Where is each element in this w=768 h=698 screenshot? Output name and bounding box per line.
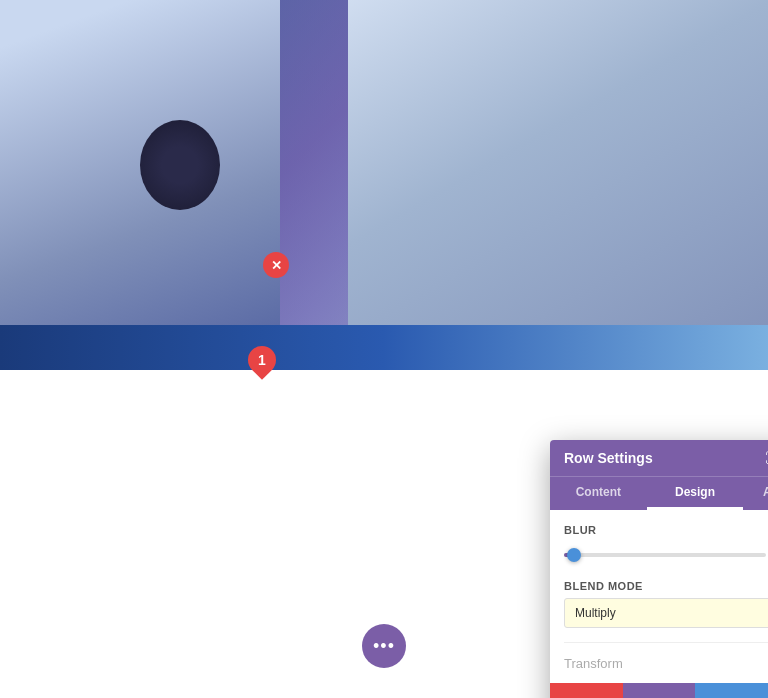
- panel-footer: ✕ ↺ ↻ ✓: [550, 683, 768, 698]
- blur-label: Blur: [564, 524, 768, 536]
- tab-advanced[interactable]: Advanced: [743, 477, 768, 510]
- panel-tabs: Content Design Advanced: [550, 476, 768, 510]
- person-left: [0, 0, 280, 370]
- row-settings-panel: Row Settings ⛶ ▥ ⋮ Content Design Advanc…: [550, 440, 768, 698]
- panel-body: Blur 0px Blend Mode Multiply Normal Scre…: [550, 510, 768, 683]
- undo-button[interactable]: ↺: [623, 683, 696, 698]
- panel-close-button[interactable]: ✕: [263, 252, 289, 278]
- blue-strip: [0, 325, 768, 370]
- transform-label: Transform: [564, 656, 623, 671]
- panel-header: Row Settings ⛶ ▥ ⋮: [550, 440, 768, 476]
- blur-slider-thumb[interactable]: [567, 548, 581, 562]
- blur-slider-row: 0px: [564, 544, 768, 566]
- cancel-button[interactable]: ✕: [550, 683, 623, 698]
- transform-row[interactable]: Transform ∨: [564, 642, 768, 683]
- blend-mode-label: Blend Mode: [564, 580, 768, 592]
- background-image: L P E D 4 P E C F D 5 E D F C Z P 6 F E …: [0, 0, 768, 370]
- dots-button[interactable]: •••: [362, 624, 406, 668]
- person-right: [348, 0, 768, 370]
- panel-title: Row Settings: [564, 450, 653, 466]
- eye-patch: [140, 120, 220, 210]
- tab-content[interactable]: Content: [550, 477, 647, 510]
- blend-mode-wrapper: Multiply Normal Screen Overlay Darken Li…: [564, 598, 768, 628]
- redo-button[interactable]: ↻: [695, 683, 768, 698]
- blend-mode-select[interactable]: Multiply Normal Screen Overlay Darken Li…: [564, 598, 768, 628]
- blur-slider-track[interactable]: [564, 553, 766, 557]
- tab-design[interactable]: Design: [647, 477, 744, 510]
